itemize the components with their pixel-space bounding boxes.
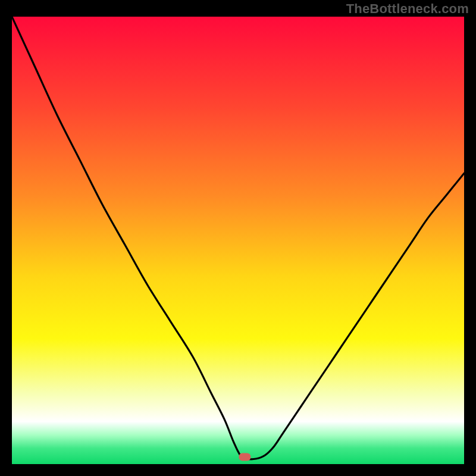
gradient-background <box>12 17 464 464</box>
plot-area <box>12 17 464 464</box>
bottleneck-chart <box>12 17 464 464</box>
watermark-label: TheBottleneck.com <box>346 1 469 17</box>
chart-frame: TheBottleneck.com <box>0 0 476 476</box>
optimal-marker <box>239 453 250 461</box>
